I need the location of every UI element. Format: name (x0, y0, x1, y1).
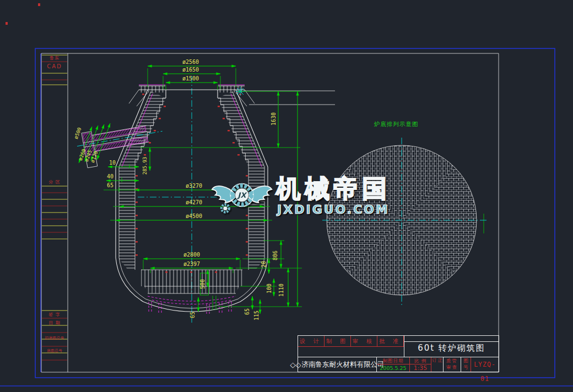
dim-label: ø2800 (183, 252, 200, 258)
dim-label: 285.93 (142, 157, 148, 175)
dim-label: 65 (244, 308, 250, 315)
drawing-number-label-bottom: 号 (461, 364, 471, 371)
dim-label: 10 (109, 160, 116, 166)
sig-col-design: 设 计 (298, 336, 325, 347)
dim-label: ø2397 (183, 261, 200, 267)
sidebar-item-signature: 签 字 (42, 312, 67, 318)
sig-col-check: 审 核 (351, 336, 377, 347)
dim-label: 40 (107, 173, 113, 179)
drawing-number-label-top: 图 (461, 357, 471, 364)
cad-drawing-window: ø2560 ø1650 ø1500 1630 ø3270 ø4270 ø4500… (0, 0, 573, 392)
scale-cell: 比 例 1:35 (409, 357, 431, 372)
sidebar-item-zone: 分 区 (42, 179, 67, 185)
dim-label: ø3270 (186, 183, 202, 189)
qa-label-top: 质管 (444, 357, 461, 364)
drawing-number-value: LYZQ-01 (471, 357, 499, 372)
dim-label: 115 (253, 311, 260, 320)
sidebar-item-sheet-no: 底图总号 (42, 348, 67, 353)
dim-label: ø4270 (186, 199, 202, 205)
bottom-brick-plan: 炉底排列示意图 (314, 121, 489, 308)
sidebar-item-date: 日 期 (42, 320, 67, 326)
qa-label-bottom: 审查 (444, 364, 461, 371)
sidebar-item-brand: 鲁东 (42, 56, 67, 61)
drawing-title: 60t 转炉砌筑图 (404, 343, 499, 353)
dim-label: 65 (190, 312, 196, 318)
title-block: 设 计 制 图 审 核 批 准 60t 转炉砌筑图 ◇◇ 济南鲁东耐火材料有限公… (298, 335, 499, 372)
dim-label: ø1650 (182, 67, 199, 73)
drawing-title-cell: 60t 转炉砌筑图 (404, 336, 499, 357)
cad-canvas: ø2560 ø1650 ø1500 1630 ø3270 ø4270 ø4500… (0, 0, 573, 392)
date-label: 制图日期 (377, 357, 409, 364)
company-name: 济南鲁东耐火材料有限公司 (302, 360, 385, 369)
dim-label: ø500 (73, 127, 83, 140)
page-border (0, 3, 573, 386)
scale-value: 1:35 (410, 364, 431, 372)
dim-label: 1110 (278, 284, 284, 297)
qa-cell: 质管 审查 (443, 357, 461, 372)
dim-label: 65 (107, 182, 113, 188)
dim-label: 1630 (271, 112, 277, 126)
drawing-number-label-cell: 图 号 (461, 357, 471, 372)
title-top-strip (404, 336, 499, 342)
circle-view-label: 炉底排列示意图 (374, 121, 419, 127)
dim-label: 20 (261, 261, 267, 268)
revision-cell: 订 正 (431, 357, 443, 372)
dim-label: 806 (272, 251, 278, 260)
company-cell: ◇◇ 济南鲁东耐火材料有限公司 (298, 357, 376, 372)
dim-label: 500 (199, 279, 206, 289)
date-value: 2005.5.25 (377, 364, 409, 372)
sidebar-item-old-sheet-no: 旧底图总号 (42, 335, 67, 341)
revision-label: 订 正 (431, 357, 443, 364)
company-logo-icon: ◇◇ (290, 361, 301, 369)
dim-label: ø1500 (182, 75, 199, 81)
dim-label: ø4500 (186, 213, 202, 219)
date-cell: 制图日期 2005.5.25 (376, 357, 409, 372)
sig-col-draft: 制 图 (325, 336, 351, 347)
sig-empty-row (298, 347, 404, 357)
dim-label: ø2560 (182, 59, 199, 65)
dim-label: 100 (266, 284, 272, 293)
sig-col-approve: 批 准 (377, 336, 404, 347)
sidebar-item-cad: CAD (42, 64, 67, 69)
scale-label: 比 例 (410, 357, 431, 364)
